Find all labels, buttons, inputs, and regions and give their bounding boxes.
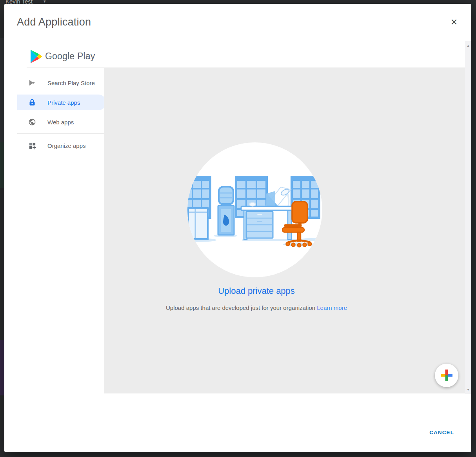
scroll-down-icon[interactable]: ▼ xyxy=(465,386,471,393)
upload-private-apps-heading: Upload private apps xyxy=(178,286,335,296)
google-colored-plus-icon xyxy=(440,369,453,382)
description-text: Upload apps that are developed just for … xyxy=(166,304,315,311)
learn-more-link[interactable]: Learn more xyxy=(317,304,347,311)
google-play-logo-text: Google Play xyxy=(45,51,95,62)
grid-plus-icon xyxy=(28,141,36,150)
header-divider xyxy=(27,67,104,67)
backdrop-strip xyxy=(0,340,4,395)
office-illustration xyxy=(187,142,322,277)
sidebar-item-organize-apps[interactable]: Organize apps xyxy=(17,138,106,153)
upload-description: Upload apps that are developed just for … xyxy=(119,304,394,311)
modal-title: Add Application xyxy=(17,16,91,28)
backdrop-strip xyxy=(0,142,4,188)
sidebar-item-search-play-store[interactable]: Search Play Store xyxy=(17,75,106,91)
sidebar-divider xyxy=(17,133,104,134)
private-apps-panel: Upload private apps Upload apps that are… xyxy=(104,67,465,393)
sidebar-item-private-apps[interactable]: Private apps xyxy=(17,95,106,110)
scroll-up-icon[interactable]: ▲ xyxy=(465,42,471,49)
add-application-modal: Add Application ✕ Google Play Search Pla… xyxy=(4,4,471,452)
cancel-button[interactable]: CANCEL xyxy=(429,430,454,435)
play-triangle-icon xyxy=(28,78,36,87)
content-scrollbar[interactable]: ▲ ▼ xyxy=(465,41,471,394)
sidebar-item-web-apps[interactable]: Web apps xyxy=(17,114,106,130)
globe-icon xyxy=(28,118,36,126)
lock-icon xyxy=(28,98,36,107)
sidebar-item-label: Private apps xyxy=(47,99,80,106)
backdrop-strip xyxy=(0,38,4,142)
sidebar-item-label: Organize apps xyxy=(47,142,86,149)
screen: Kevin Test ▾ Add Application ✕ Google Pl… xyxy=(0,0,476,457)
add-app-fab-button[interactable] xyxy=(435,364,458,387)
close-icon[interactable]: ✕ xyxy=(449,17,460,28)
google-play-logo-icon xyxy=(29,49,43,64)
caret-down-icon: ▾ xyxy=(44,0,46,4)
sidebar-item-label: Search Play Store xyxy=(47,80,95,86)
sidebar-item-label: Web apps xyxy=(47,119,74,126)
